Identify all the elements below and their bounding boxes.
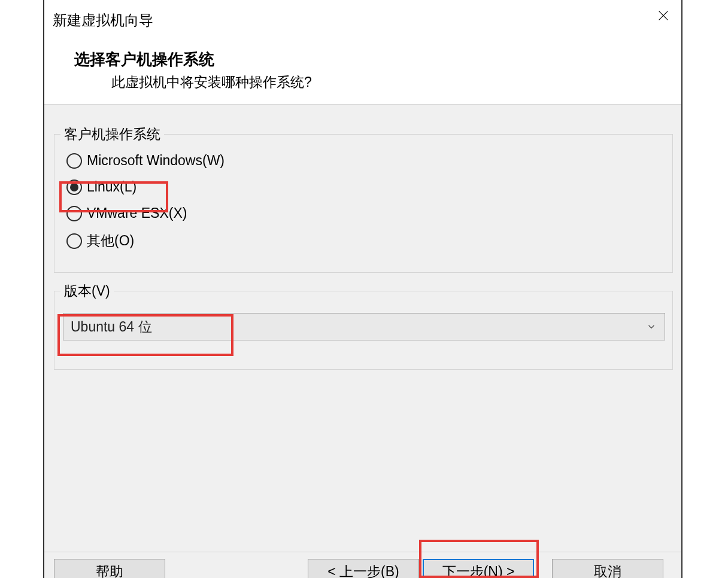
button-label: 取消 [594, 562, 621, 579]
window-title: 新建虚拟机向导 [53, 11, 153, 30]
back-button[interactable]: < 上一步(B) [308, 559, 419, 578]
radio-icon [66, 153, 82, 169]
chevron-down-icon [641, 316, 662, 337]
radio-icon [66, 180, 82, 195]
radio-label: 其他(O) [87, 232, 134, 250]
next-button[interactable]: 下一步(N) > [423, 559, 534, 578]
radio-icon [66, 233, 82, 249]
wizard-header: 选择客户机操作系统 此虚拟机中将安装哪种操作系统? [44, 31, 681, 104]
cancel-button[interactable]: 取消 [552, 559, 663, 578]
version-group: 版本(V) Ubuntu 64 位 [54, 291, 673, 370]
radio-label: Linux(L) [87, 179, 136, 195]
radio-windows[interactable]: Microsoft Windows(W) [66, 153, 225, 169]
title-bar: 新建虚拟机向导 [44, 0, 681, 31]
version-selected: Ubuntu 64 位 [63, 318, 152, 336]
version-legend: 版本(V) [60, 282, 114, 300]
wizard-body: 客户机操作系统 Microsoft Windows(W) Linux(L) VM… [44, 104, 681, 552]
page-title: 选择客户机操作系统 [74, 49, 214, 70]
window-right-border [681, 0, 682, 578]
radio-icon [66, 206, 82, 221]
guest-os-legend: 客户机操作系统 [60, 125, 164, 144]
radio-label: VMware ESX(X) [87, 205, 187, 221]
radio-vmware-esx[interactable]: VMware ESX(X) [66, 205, 187, 221]
close-icon [657, 9, 670, 22]
wizard-footer: 帮助 < 上一步(B) 下一步(N) > 取消 [44, 552, 681, 578]
radio-linux[interactable]: Linux(L) [66, 179, 136, 195]
version-dropdown[interactable]: Ubuntu 64 位 [63, 313, 665, 340]
help-button[interactable]: 帮助 [54, 559, 165, 578]
radio-other[interactable]: 其他(O) [66, 232, 134, 250]
guest-os-group: 客户机操作系统 Microsoft Windows(W) Linux(L) VM… [54, 134, 673, 273]
radio-label: Microsoft Windows(W) [87, 153, 225, 169]
close-button[interactable] [650, 4, 677, 28]
button-label: < 上一步(B) [327, 562, 399, 579]
button-label: 下一步(N) > [442, 562, 515, 579]
page-subtitle: 此虚拟机中将安装哪种操作系统? [111, 73, 312, 92]
button-label: 帮助 [96, 562, 123, 579]
